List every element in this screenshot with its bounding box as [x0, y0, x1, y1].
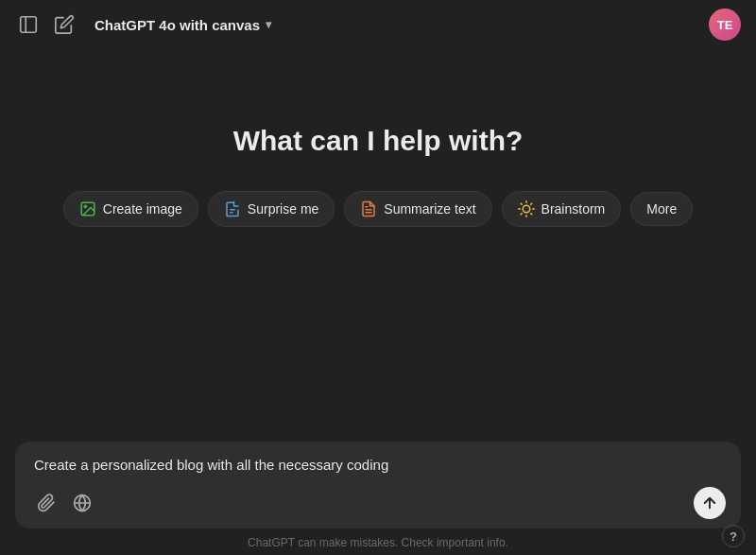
header-left: ChatGPT 4o with canvas ▾	[15, 11, 279, 38]
header: ChatGPT 4o with canvas ▾ TE	[0, 0, 756, 49]
main-content: What can I help with? Create image	[0, 49, 756, 227]
globe-button[interactable]	[66, 487, 98, 519]
chip-more-label: More	[646, 201, 677, 217]
chips-row: Create image Surprise me	[63, 191, 693, 227]
svg-line-11	[521, 203, 522, 204]
svg-point-8	[523, 205, 530, 213]
attach-button[interactable]	[30, 487, 62, 519]
chip-surprise-me-label: Surprise me	[248, 201, 318, 217]
bottom-area: Create a personalized blog with all the …	[0, 442, 756, 555]
model-selector[interactable]: ChatGPT 4o with canvas ▾	[87, 13, 279, 37]
chip-create-image-label: Create image	[103, 201, 182, 217]
svg-line-12	[530, 214, 531, 215]
send-button[interactable]	[694, 487, 726, 519]
chip-brainstorm[interactable]: Brainstorm	[502, 191, 622, 227]
model-title: ChatGPT 4o with canvas	[94, 17, 260, 33]
footer-text: ChatGPT can make mistakes. Check importa…	[15, 529, 741, 555]
chip-surprise-me[interactable]: Surprise me	[208, 191, 335, 227]
svg-rect-0	[21, 17, 37, 33]
chip-summarize-text-label: Summarize text	[384, 201, 475, 217]
summarize-text-icon	[360, 200, 377, 217]
input-text[interactable]: Create a personalized blog with all the …	[30, 455, 726, 477]
chip-brainstorm-label: Brainstorm	[541, 201, 606, 217]
chip-create-image[interactable]: Create image	[63, 191, 198, 227]
input-toolbar	[30, 487, 726, 519]
main-heading: What can I help with?	[233, 125, 524, 157]
chip-summarize-text[interactable]: Summarize text	[344, 191, 491, 227]
brainstorm-icon	[518, 200, 535, 217]
edit-icon[interactable]	[51, 11, 77, 38]
chip-more[interactable]: More	[630, 192, 693, 226]
svg-point-3	[84, 205, 86, 207]
avatar[interactable]: TE	[709, 9, 741, 41]
help-button[interactable]: ?	[722, 525, 745, 547]
sidebar-toggle-icon[interactable]	[15, 11, 42, 38]
surprise-me-icon	[224, 200, 241, 217]
svg-line-16	[530, 203, 531, 204]
svg-line-15	[521, 214, 522, 215]
input-container: Create a personalized blog with all the …	[15, 442, 741, 529]
input-toolbar-left	[30, 487, 98, 519]
chevron-down-icon: ▾	[266, 18, 271, 31]
create-image-icon	[79, 200, 96, 217]
